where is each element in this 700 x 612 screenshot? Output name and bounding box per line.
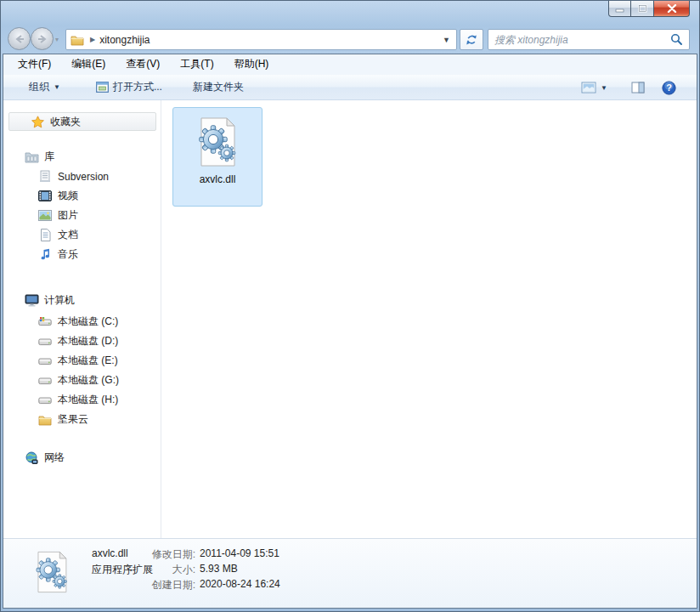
- menu-view[interactable]: 查看(V): [121, 55, 164, 73]
- libraries-label: 库: [44, 150, 54, 164]
- help-button[interactable]: ?: [657, 78, 681, 98]
- computer-label: 计算机: [44, 293, 75, 308]
- drive-icon: [37, 374, 53, 388]
- sidebar-item-computer[interactable]: 计算机: [24, 292, 75, 309]
- preview-pane-icon: [631, 82, 645, 94]
- folder-icon: [71, 33, 84, 47]
- new-folder-button[interactable]: 新建文件夹: [188, 77, 249, 97]
- sidebar-item-documents[interactable]: 文档: [37, 226, 78, 244]
- search-input[interactable]: [494, 31, 670, 48]
- menu-tools[interactable]: 工具(T): [176, 55, 217, 73]
- preview-pane-button[interactable]: [626, 79, 650, 96]
- library-item-label: Subversion: [58, 171, 109, 183]
- breadcrumb-arrow-icon[interactable]: ▶: [90, 36, 95, 43]
- folder-icon: [37, 413, 53, 427]
- drive-icon: [37, 394, 53, 407]
- sidebar-item-subversion[interactable]: Subversion: [37, 167, 109, 185]
- recent-pages-chevron-icon[interactable]: ▾: [55, 36, 59, 43]
- organize-label: 组织: [29, 80, 49, 94]
- network-label: 网络: [44, 450, 65, 465]
- file-tile-axvlc-dll[interactable]: axvlc.dll: [172, 107, 262, 207]
- music-library-icon: [37, 248, 53, 261]
- sidebar-item-favorites[interactable]: 收藏夹: [8, 112, 156, 131]
- drive-label: 本地磁盘 (E:): [58, 354, 118, 368]
- file-list-pane[interactable]: axvlc.dll: [161, 100, 697, 538]
- views-button[interactable]: ▼: [576, 79, 612, 96]
- sidebar-item-videos[interactable]: 视频: [37, 187, 78, 205]
- details-label-size: 大小:: [127, 563, 195, 577]
- address-dropdown-icon[interactable]: ▼: [443, 36, 450, 44]
- favorites-label: 收藏夹: [50, 115, 81, 129]
- drive-icon: [37, 335, 53, 348]
- dll-file-icon: [190, 115, 245, 169]
- forward-arrow-icon: [37, 35, 48, 43]
- views-icon: [581, 82, 596, 94]
- address-bar[interactable]: ▶ xitongzhijia ▼: [65, 29, 457, 50]
- computer-icon: [24, 294, 39, 307]
- system-drive-icon: [37, 315, 53, 329]
- refresh-button[interactable]: [460, 29, 483, 50]
- help-icon: ?: [662, 81, 676, 95]
- pictures-library-icon: [37, 210, 53, 221]
- sidebar-item-drive-c[interactable]: 本地磁盘 (C:): [37, 313, 118, 331]
- minimize-icon: [615, 5, 624, 13]
- toolbar-right-group: ▼ ?: [576, 75, 681, 100]
- open-with-icon: [96, 82, 109, 93]
- minimize-button[interactable]: [608, 1, 631, 17]
- window-client-area: 文件(F) 编辑(E) 查看(V) 工具(T) 帮助(H) 组织 ▼ 打开方式.…: [3, 54, 697, 608]
- documents-library-icon: [37, 229, 53, 241]
- menu-bar: 文件(F) 编辑(E) 查看(V) 工具(T) 帮助(H): [3, 54, 697, 75]
- navigation-pane: 收藏夹 库 Subversion: [3, 100, 161, 538]
- menu-help[interactable]: 帮助(H): [230, 55, 274, 73]
- navigation-bar: ▾ ▶ xitongzhijia ▼: [0, 26, 700, 54]
- library-item-label: 文档: [58, 228, 78, 242]
- drive-label: 本地磁盘 (C:): [58, 314, 118, 329]
- new-folder-label: 新建文件夹: [193, 80, 244, 94]
- window-controls: [608, 1, 690, 17]
- maximize-icon: [638, 4, 647, 13]
- sidebar-item-drive-e[interactable]: 本地磁盘 (E:): [37, 352, 118, 370]
- file-name-label: axvlc.dll: [173, 173, 262, 185]
- library-item-label: 图片: [58, 208, 78, 223]
- details-value-modified: 2011-04-09 15:51: [200, 547, 279, 559]
- details-label-modified: 修改日期:: [127, 547, 195, 562]
- breadcrumb-segment[interactable]: xitongzhijia: [99, 34, 150, 46]
- forward-button[interactable]: [31, 27, 54, 50]
- drive-label: 本地磁盘 (H:): [58, 393, 118, 407]
- sidebar-item-music[interactable]: 音乐: [37, 246, 78, 264]
- sidebar-item-drive-h[interactable]: 本地磁盘 (H:): [37, 391, 118, 409]
- open-with-button[interactable]: 打开方式...: [91, 77, 167, 97]
- library-item-label: 视频: [58, 189, 78, 203]
- close-button[interactable]: [653, 1, 690, 17]
- close-icon: [667, 4, 677, 13]
- details-pane: axvlc.dll 应用程序扩展 修改日期: 2011-04-09 15:51 …: [3, 538, 697, 608]
- maximize-button[interactable]: [631, 1, 653, 17]
- sidebar-item-drive-d[interactable]: 本地磁盘 (D:): [37, 332, 118, 350]
- dll-file-icon: [29, 546, 75, 598]
- search-box: [488, 29, 690, 50]
- back-button[interactable]: [8, 27, 31, 50]
- sidebar-item-pictures[interactable]: 图片: [37, 207, 78, 224]
- sidebar-item-drive-g[interactable]: 本地磁盘 (G:): [37, 371, 119, 389]
- details-label-created: 创建日期:: [127, 578, 195, 592]
- sidebar-item-jianguoyun[interactable]: 坚果云: [37, 411, 88, 428]
- star-icon: [30, 116, 45, 128]
- refresh-icon: [466, 34, 477, 46]
- sidebar-item-libraries[interactable]: 库: [24, 148, 54, 166]
- library-item-label: 音乐: [58, 247, 78, 262]
- chevron-down-icon: ▼: [601, 84, 607, 92]
- drive-label: 本地磁盘 (D:): [58, 334, 118, 348]
- sidebar-item-network[interactable]: 网络: [24, 449, 65, 467]
- body-area: 收藏夹 库 Subversion: [3, 100, 697, 538]
- explorer-window: ▾ ▶ xitongzhijia ▼ 文件(F): [0, 0, 700, 612]
- back-arrow-icon: [14, 35, 25, 43]
- drive-icon: [37, 354, 53, 368]
- search-icon[interactable]: [670, 33, 683, 46]
- menu-edit[interactable]: 编辑(E): [67, 55, 110, 73]
- command-bar: 组织 ▼ 打开方式... 新建文件夹: [3, 75, 697, 100]
- menu-file[interactable]: 文件(F): [14, 55, 55, 73]
- folder-label: 坚果云: [58, 412, 88, 427]
- details-file-name: axvlc.dll: [92, 547, 128, 559]
- organize-button[interactable]: 组织 ▼: [24, 77, 65, 97]
- details-value-size: 5.93 MB: [200, 563, 238, 575]
